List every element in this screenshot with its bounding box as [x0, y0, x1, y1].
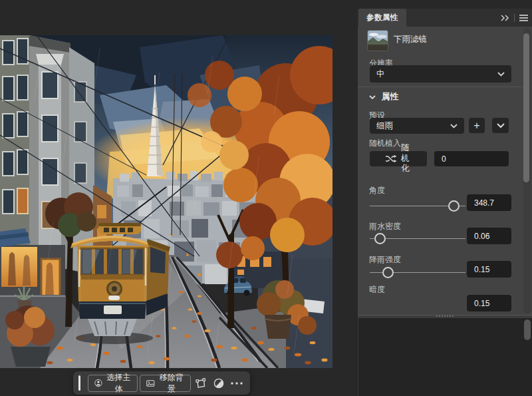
section-divider [358, 87, 532, 87]
painting-cable-car-street [0, 35, 332, 368]
image-icon [146, 379, 155, 388]
canvas-image[interactable] [0, 35, 332, 368]
darkness-label: 暗度 [369, 284, 385, 296]
randomize-button[interactable]: 随机化 [370, 151, 427, 166]
panel-tabbar: 参数属性 [358, 9, 532, 27]
remove-background-button[interactable]: 移除背景 [140, 375, 190, 392]
transform-crop-button[interactable] [193, 375, 209, 392]
dock-empty-area [358, 318, 532, 396]
contrast-icon [213, 378, 224, 389]
remove-background-label: 移除背景 [159, 372, 184, 395]
shuffle-icon [385, 154, 397, 166]
parameter-properties-panel: 下雨滤镜 分辨率 中 属性 预设 细雨 [358, 27, 532, 315]
chevron-down-icon [497, 123, 505, 128]
app-window: 参数属性 下雨滤 [0, 0, 532, 396]
panel-scrollbar[interactable] [523, 28, 531, 313]
rain-strength-input[interactable]: 0.15 [467, 261, 511, 278]
dock-scrollbar-thumb[interactable] [524, 319, 531, 340]
randomize-label: 随机化 [401, 143, 410, 174]
person-icon [94, 378, 102, 388]
chevron-down-icon [369, 95, 376, 99]
rain-density-label: 雨水密度 [369, 221, 401, 232]
rain-strength-value: 0.15 [474, 265, 489, 274]
contextual-taskbar: 选择主体 移除背景 [73, 371, 250, 395]
rain-strength-slider-handle[interactable] [382, 267, 394, 278]
select-subject-button[interactable]: 选择主体 [88, 375, 138, 392]
rain-density-input[interactable]: 0.06 [467, 228, 511, 244]
seed-input[interactable]: 0 [434, 151, 509, 166]
filter-thumbnail[interactable] [367, 30, 388, 51]
tabbar-divider [514, 14, 515, 22]
filter-name: 下雨滤镜 [394, 34, 427, 45]
preset-expand-button[interactable] [492, 118, 509, 133]
properties-section-header[interactable]: 属性 [369, 91, 398, 102]
resolution-dropdown[interactable]: 中 [370, 65, 511, 83]
select-subject-label: 选择主体 [106, 372, 132, 395]
adjustment-button[interactable] [211, 375, 227, 392]
collapse-panel-icon[interactable] [501, 12, 509, 24]
angle-slider-handle[interactable] [448, 200, 460, 212]
rain-strength-label: 降雨强度 [369, 254, 401, 266]
chevron-down-icon [497, 69, 505, 79]
resolution-value: 中 [376, 69, 385, 80]
add-preset-button[interactable]: + [469, 118, 485, 133]
panel-scrollbar-thumb[interactable] [523, 33, 529, 182]
properties-dock: 参数属性 下雨滤 [358, 0, 532, 396]
more-options-button[interactable] [229, 375, 245, 392]
taskbar-drag-handle[interactable] [78, 375, 80, 391]
darkness-value: 0.15 [474, 299, 489, 308]
angle-label: 角度 [369, 185, 385, 196]
ellipsis-icon [231, 382, 243, 385]
darkness-input[interactable]: 0.15 [467, 295, 511, 311]
rain-density-slider-handle[interactable] [374, 233, 386, 244]
random-seed-label: 随机植入 [369, 138, 401, 149]
preset-value: 细雨 [376, 120, 393, 132]
tab-parameter-properties[interactable]: 参数属性 [358, 9, 406, 27]
seed-value: 0 [442, 154, 446, 164]
preset-dropdown[interactable]: 细雨 [370, 118, 464, 134]
panel-resize-gripper[interactable] [436, 315, 454, 317]
chevron-down-icon [450, 121, 458, 130]
panel-menu-icon[interactable] [519, 12, 528, 24]
perspective-crop-icon [195, 378, 206, 389]
rain-density-value: 0.06 [474, 232, 489, 241]
angle-value: 348.7 [474, 198, 494, 208]
properties-section-label: 属性 [382, 91, 398, 102]
angle-input[interactable]: 348.7 [467, 194, 511, 211]
